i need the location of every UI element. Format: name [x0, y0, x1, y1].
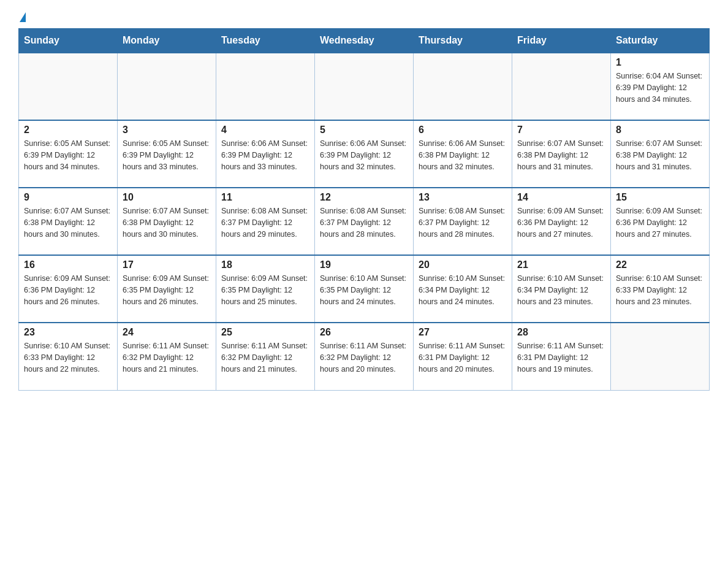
day-of-week-header: Tuesday	[216, 29, 315, 53]
calendar-cell: 21Sunrise: 6:10 AM Sunset: 6:34 PM Dayli…	[512, 255, 611, 323]
day-of-week-header: Thursday	[414, 29, 512, 53]
day-info: Sunrise: 6:07 AM Sunset: 6:38 PM Dayligh…	[123, 205, 211, 240]
day-number: 13	[419, 192, 507, 203]
week-row: 2Sunrise: 6:05 AM Sunset: 6:39 PM Daylig…	[19, 120, 710, 188]
week-row: 9Sunrise: 6:07 AM Sunset: 6:38 PM Daylig…	[19, 188, 710, 255]
day-info: Sunrise: 6:06 AM Sunset: 6:39 PM Dayligh…	[221, 138, 309, 172]
day-info: Sunrise: 6:10 AM Sunset: 6:33 PM Dayligh…	[616, 273, 704, 307]
calendar-cell: 27Sunrise: 6:11 AM Sunset: 6:31 PM Dayli…	[414, 323, 512, 390]
day-number: 15	[616, 192, 704, 203]
day-number: 5	[320, 124, 408, 136]
day-info: Sunrise: 6:10 AM Sunset: 6:35 PM Dayligh…	[320, 273, 408, 307]
day-info: Sunrise: 6:10 AM Sunset: 6:34 PM Dayligh…	[419, 273, 507, 307]
calendar-cell	[216, 53, 315, 120]
day-number: 21	[517, 259, 605, 270]
logo-triangle-icon	[20, 12, 26, 22]
calendar-cell: 22Sunrise: 6:10 AM Sunset: 6:33 PM Dayli…	[611, 255, 710, 323]
day-number: 27	[419, 327, 507, 338]
day-number: 19	[320, 259, 408, 270]
week-row: 23Sunrise: 6:10 AM Sunset: 6:33 PM Dayli…	[19, 323, 710, 390]
calendar-cell: 19Sunrise: 6:10 AM Sunset: 6:35 PM Dayli…	[315, 255, 414, 323]
week-row: 1Sunrise: 6:04 AM Sunset: 6:39 PM Daylig…	[19, 53, 710, 120]
day-of-week-header: Saturday	[611, 29, 710, 53]
day-info: Sunrise: 6:08 AM Sunset: 6:37 PM Dayligh…	[419, 205, 507, 240]
logo	[18, 12, 26, 22]
day-info: Sunrise: 6:06 AM Sunset: 6:38 PM Dayligh…	[419, 138, 507, 172]
calendar-cell: 15Sunrise: 6:09 AM Sunset: 6:36 PM Dayli…	[611, 188, 710, 255]
calendar-cell: 10Sunrise: 6:07 AM Sunset: 6:38 PM Dayli…	[118, 188, 216, 255]
calendar-cell: 17Sunrise: 6:09 AM Sunset: 6:35 PM Dayli…	[118, 255, 216, 323]
calendar-cell: 11Sunrise: 6:08 AM Sunset: 6:37 PM Dayli…	[216, 188, 315, 255]
day-number: 26	[320, 327, 408, 338]
calendar-cell	[414, 53, 512, 120]
day-number: 12	[320, 192, 408, 203]
day-info: Sunrise: 6:06 AM Sunset: 6:39 PM Dayligh…	[320, 138, 408, 172]
calendar-cell: 12Sunrise: 6:08 AM Sunset: 6:37 PM Dayli…	[315, 188, 414, 255]
day-info: Sunrise: 6:09 AM Sunset: 6:36 PM Dayligh…	[616, 205, 704, 240]
day-number: 3	[123, 124, 211, 136]
day-number: 11	[221, 192, 309, 203]
page-header	[18, 12, 710, 22]
calendar-cell: 9Sunrise: 6:07 AM Sunset: 6:38 PM Daylig…	[19, 188, 118, 255]
day-info: Sunrise: 6:11 AM Sunset: 6:32 PM Dayligh…	[221, 340, 309, 375]
calendar-cell: 24Sunrise: 6:11 AM Sunset: 6:32 PM Dayli…	[118, 323, 216, 390]
day-number: 10	[123, 192, 211, 203]
calendar-cell	[611, 323, 710, 390]
day-number: 4	[221, 124, 309, 136]
calendar-cell: 28Sunrise: 6:11 AM Sunset: 6:31 PM Dayli…	[512, 323, 611, 390]
calendar-table: SundayMondayTuesdayWednesdayThursdayFrid…	[18, 28, 710, 391]
calendar-cell: 6Sunrise: 6:06 AM Sunset: 6:38 PM Daylig…	[414, 120, 512, 188]
calendar-cell: 14Sunrise: 6:09 AM Sunset: 6:36 PM Dayli…	[512, 188, 611, 255]
calendar-cell: 2Sunrise: 6:05 AM Sunset: 6:39 PM Daylig…	[19, 120, 118, 188]
day-number: 1	[616, 57, 704, 68]
day-info: Sunrise: 6:09 AM Sunset: 6:36 PM Dayligh…	[517, 205, 605, 240]
day-number: 28	[517, 327, 605, 338]
calendar-cell: 5Sunrise: 6:06 AM Sunset: 6:39 PM Daylig…	[315, 120, 414, 188]
week-row: 16Sunrise: 6:09 AM Sunset: 6:36 PM Dayli…	[19, 255, 710, 323]
calendar-cell	[512, 53, 611, 120]
calendar-cell: 25Sunrise: 6:11 AM Sunset: 6:32 PM Dayli…	[216, 323, 315, 390]
day-number: 16	[24, 259, 112, 270]
day-number: 22	[616, 259, 704, 270]
day-number: 6	[419, 124, 507, 136]
calendar-cell: 7Sunrise: 6:07 AM Sunset: 6:38 PM Daylig…	[512, 120, 611, 188]
day-of-week-header: Monday	[118, 29, 216, 53]
day-of-week-header: Sunday	[19, 29, 118, 53]
calendar-cell: 8Sunrise: 6:07 AM Sunset: 6:38 PM Daylig…	[611, 120, 710, 188]
day-number: 17	[123, 259, 211, 270]
day-info: Sunrise: 6:04 AM Sunset: 6:39 PM Dayligh…	[616, 71, 704, 105]
day-info: Sunrise: 6:08 AM Sunset: 6:37 PM Dayligh…	[221, 205, 309, 240]
calendar-cell: 4Sunrise: 6:06 AM Sunset: 6:39 PM Daylig…	[216, 120, 315, 188]
day-info: Sunrise: 6:11 AM Sunset: 6:32 PM Dayligh…	[320, 340, 408, 375]
day-number: 18	[221, 259, 309, 270]
day-of-week-header: Wednesday	[315, 29, 414, 53]
calendar-cell: 13Sunrise: 6:08 AM Sunset: 6:37 PM Dayli…	[414, 188, 512, 255]
day-info: Sunrise: 6:11 AM Sunset: 6:31 PM Dayligh…	[419, 340, 507, 375]
day-info: Sunrise: 6:10 AM Sunset: 6:34 PM Dayligh…	[517, 273, 605, 307]
day-info: Sunrise: 6:11 AM Sunset: 6:32 PM Dayligh…	[123, 340, 211, 375]
day-info: Sunrise: 6:05 AM Sunset: 6:39 PM Dayligh…	[123, 138, 211, 172]
calendar-cell	[118, 53, 216, 120]
calendar-header-row: SundayMondayTuesdayWednesdayThursdayFrid…	[19, 29, 710, 53]
day-number: 23	[24, 327, 112, 338]
day-number: 2	[24, 124, 112, 136]
day-info: Sunrise: 6:09 AM Sunset: 6:35 PM Dayligh…	[221, 273, 309, 307]
day-info: Sunrise: 6:10 AM Sunset: 6:33 PM Dayligh…	[24, 340, 112, 375]
day-info: Sunrise: 6:09 AM Sunset: 6:36 PM Dayligh…	[24, 273, 112, 307]
day-info: Sunrise: 6:07 AM Sunset: 6:38 PM Dayligh…	[517, 138, 605, 172]
day-info: Sunrise: 6:09 AM Sunset: 6:35 PM Dayligh…	[123, 273, 211, 307]
calendar-cell: 3Sunrise: 6:05 AM Sunset: 6:39 PM Daylig…	[118, 120, 216, 188]
day-of-week-header: Friday	[512, 29, 611, 53]
day-info: Sunrise: 6:07 AM Sunset: 6:38 PM Dayligh…	[616, 138, 704, 172]
calendar-cell: 1Sunrise: 6:04 AM Sunset: 6:39 PM Daylig…	[611, 53, 710, 120]
calendar-cell: 18Sunrise: 6:09 AM Sunset: 6:35 PM Dayli…	[216, 255, 315, 323]
calendar-cell	[315, 53, 414, 120]
day-info: Sunrise: 6:05 AM Sunset: 6:39 PM Dayligh…	[24, 138, 112, 172]
day-info: Sunrise: 6:11 AM Sunset: 6:31 PM Dayligh…	[517, 340, 605, 375]
day-number: 25	[221, 327, 309, 338]
day-number: 20	[419, 259, 507, 270]
day-number: 24	[123, 327, 211, 338]
day-number: 8	[616, 124, 704, 136]
calendar-cell: 26Sunrise: 6:11 AM Sunset: 6:32 PM Dayli…	[315, 323, 414, 390]
day-number: 9	[24, 192, 112, 203]
